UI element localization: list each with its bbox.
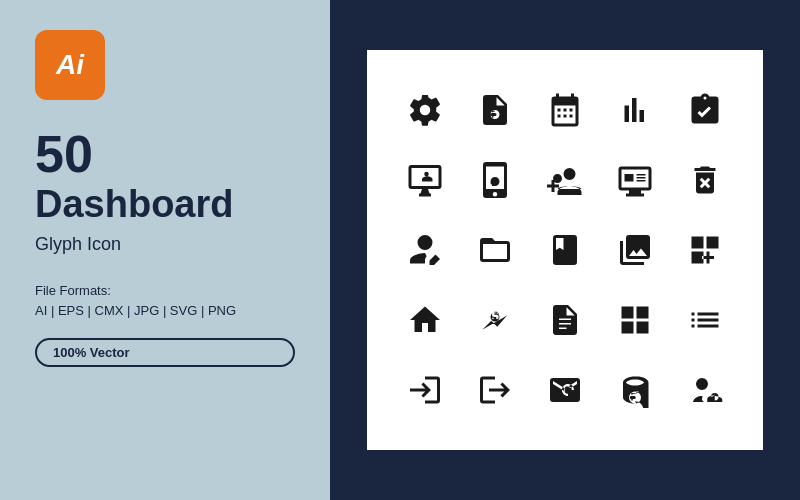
icon-clipboard-check — [675, 80, 735, 140]
icon-monitor-settings — [395, 150, 455, 210]
icon-list-menu — [675, 290, 735, 350]
icon-email-at — [535, 360, 595, 420]
icon-image-gallery — [605, 220, 665, 280]
icon-graph-dollar — [465, 290, 525, 350]
icon-login — [395, 360, 455, 420]
product-subtitle: Glyph Icon — [35, 234, 295, 255]
icon-add-user — [535, 150, 595, 210]
icon-dashboard-screen — [605, 150, 665, 210]
icon-user-write — [395, 220, 455, 280]
formats-label: File Formats: — [35, 283, 295, 298]
icon-trash — [675, 150, 735, 210]
icon-database-settings — [605, 360, 665, 420]
icon-grid-four — [605, 290, 665, 350]
icon-bar-chart — [605, 80, 665, 140]
icon-house — [395, 290, 455, 350]
icon-tablet-dollar — [465, 150, 525, 210]
icon-settings-gear — [395, 80, 455, 140]
icon-grid-split — [675, 220, 735, 280]
icon-logout — [465, 360, 525, 420]
count-text: 50 — [35, 128, 295, 180]
left-panel: Ai 50 Dashboard Glyph Icon File Formats:… — [0, 0, 330, 500]
icon-grid — [367, 50, 763, 450]
icon-invoice — [465, 80, 525, 140]
icon-folder-open — [465, 220, 525, 280]
icon-book — [535, 220, 595, 280]
ai-badge: Ai — [35, 30, 105, 100]
icon-document-list — [535, 290, 595, 350]
product-title: Dashboard — [35, 184, 295, 226]
vector-badge: 100% Vector — [35, 338, 295, 367]
formats-value: AI | EPS | CMX | JPG | SVG | PNG — [35, 303, 295, 318]
icon-calendar — [535, 80, 595, 140]
icon-user-settings — [675, 360, 735, 420]
right-panel — [330, 0, 800, 500]
ai-badge-text: Ai — [56, 49, 84, 81]
